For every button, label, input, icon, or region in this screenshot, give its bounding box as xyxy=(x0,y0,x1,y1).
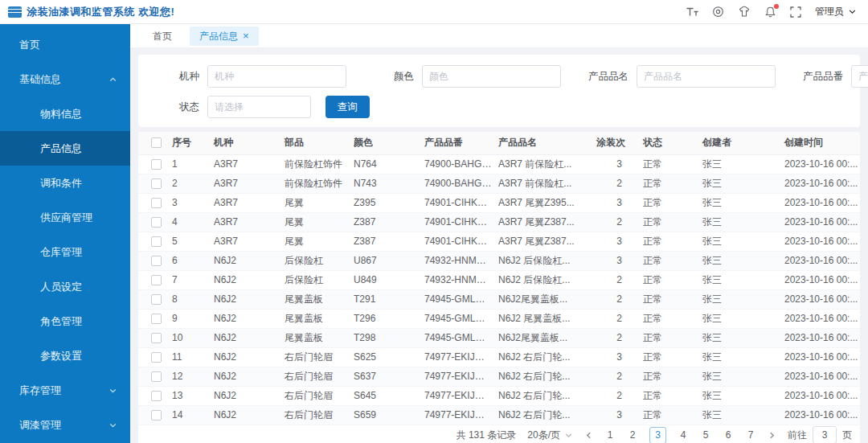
cell-product-number: 74900-BAHG00... xyxy=(418,174,492,193)
close-icon[interactable]: × xyxy=(243,31,249,41)
row-checkbox[interactable] xyxy=(151,217,162,228)
cell-index: 8 xyxy=(166,289,207,309)
tab-bar: 首页产品信息× xyxy=(130,24,868,48)
row-checkbox[interactable] xyxy=(151,371,162,382)
cell-part: 前保险杠饰件 xyxy=(278,154,347,174)
product-number-input[interactable] xyxy=(851,65,868,88)
page-button-5[interactable]: 5 xyxy=(700,429,711,441)
cell-created-time: 2023-10-16 00:... xyxy=(778,154,860,174)
cell-machine: A3R7 xyxy=(207,174,278,193)
tab-product-info[interactable]: 产品信息× xyxy=(190,27,259,46)
product-name-input[interactable] xyxy=(637,65,776,88)
user-menu[interactable]: 管理员 xyxy=(815,5,857,18)
sidebar-item-paint-mgmt[interactable]: 调漆管理 xyxy=(0,408,130,442)
sidebar-item-param-settings[interactable]: 参数设置 xyxy=(0,338,130,373)
cell-part: 尾翼 xyxy=(278,232,347,251)
page-button-6[interactable]: 6 xyxy=(723,429,734,441)
fullscreen-icon[interactable] xyxy=(790,6,801,18)
cell-machine: N6J2 xyxy=(207,289,278,309)
color-input[interactable] xyxy=(422,65,561,88)
prev-page-button[interactable] xyxy=(584,431,593,440)
cell-created-time: 2023-10-16 00:... xyxy=(778,405,860,425)
help-circle-icon[interactable] xyxy=(712,6,724,18)
machine-input[interactable] xyxy=(207,65,346,88)
search-button[interactable]: 查询 xyxy=(326,96,370,118)
page-size-select[interactable]: 20条/页 xyxy=(527,429,573,442)
cell-machine: N6J2 xyxy=(207,309,278,328)
filter-panel: 机种 颜色 产品品名 产品品番 xyxy=(138,55,860,127)
cell-creator: 张三 xyxy=(696,270,778,289)
cell-index: 4 xyxy=(166,212,207,232)
cell-machine: N6J2 xyxy=(207,347,278,367)
cell-coating-times: 2 xyxy=(590,174,637,193)
sidebar-item-material-info[interactable]: 物料信息 xyxy=(0,96,130,131)
sidebar-item-basic-info[interactable]: 基础信息 xyxy=(0,62,130,96)
pagination: 共 131 条记录 20条/页 1234567 前往 页 xyxy=(138,425,860,443)
status-select[interactable] xyxy=(207,96,311,118)
cell-created-time: 2023-10-16 00:... xyxy=(778,328,860,347)
row-checkbox[interactable] xyxy=(151,410,162,420)
cell-creator: 张三 xyxy=(696,193,778,212)
cell-status: 正常 xyxy=(637,193,696,212)
sidebar-item-product-info[interactable]: 产品信息 xyxy=(0,131,130,166)
cell-status: 正常 xyxy=(637,386,696,405)
sidebar-item-inventory-mgmt[interactable]: 库存管理 xyxy=(0,373,130,408)
cell-created-time: 2023-10-16 00:... xyxy=(778,193,860,212)
sidebar-item-label: 仓库管理 xyxy=(40,246,82,258)
sidebar-item-home[interactable]: 首页 xyxy=(0,27,130,62)
cell-product-name: N6J2 右后门轮... xyxy=(492,367,590,386)
top-header: 涂装油漆调和监管系统 欢迎您! 管理员 xyxy=(0,0,868,24)
chevron-up-icon xyxy=(108,75,117,84)
cell-product-name: A3R7 前保险杠... xyxy=(492,154,590,174)
notification-bell-icon[interactable] xyxy=(764,6,776,18)
cell-product-number: 74977-EKIJM0... xyxy=(418,367,492,386)
font-size-icon[interactable] xyxy=(686,6,698,18)
row-checkbox[interactable] xyxy=(151,352,162,363)
row-checkbox[interactable] xyxy=(151,159,162,170)
cell-machine: A3R7 xyxy=(207,154,278,174)
cell-index: 3 xyxy=(166,193,207,212)
row-checkbox[interactable] xyxy=(151,333,162,343)
sidebar-item-warehouse-mgmt[interactable]: 仓库管理 xyxy=(0,235,130,269)
column-header-status: 状态 xyxy=(637,132,696,154)
chevron-down-icon xyxy=(108,386,117,395)
row-checkbox[interactable] xyxy=(151,256,162,266)
column-header-product-name: 产品品名 xyxy=(492,132,590,154)
sidebar-item-personnel-setup[interactable]: 人员设定 xyxy=(0,269,130,304)
cell-machine: A3R7 xyxy=(207,212,278,232)
page-button-1[interactable]: 1 xyxy=(604,429,616,441)
cell-part: 右后门轮眉 xyxy=(278,405,347,425)
row-checkbox[interactable] xyxy=(151,198,162,208)
page-button-4[interactable]: 4 xyxy=(678,429,689,441)
sidebar-item-supplier-mgmt[interactable]: 供应商管理 xyxy=(0,200,130,235)
row-checkbox[interactable] xyxy=(151,178,162,189)
cell-part: 右后门轮眉 xyxy=(278,367,347,386)
cell-status: 正常 xyxy=(637,405,696,425)
theme-shirt-icon[interactable] xyxy=(738,6,751,18)
cell-color: S625 xyxy=(347,347,418,367)
page-button-3[interactable]: 3 xyxy=(649,427,666,443)
row-checkbox[interactable] xyxy=(151,236,162,247)
chevron-down-icon xyxy=(848,7,857,16)
table-header-row: 序号机种部品颜色产品品番产品品名涂装次状态创建者创建时间 xyxy=(138,132,860,154)
select-all-checkbox[interactable] xyxy=(151,137,162,148)
next-page-button[interactable] xyxy=(768,431,776,440)
sidebar-item-mix-conditions[interactable]: 调和条件 xyxy=(0,166,130,200)
row-checkbox[interactable] xyxy=(151,294,162,305)
page-button-7[interactable]: 7 xyxy=(745,429,756,441)
page-button-2[interactable]: 2 xyxy=(627,429,638,441)
column-header-product-number: 产品品番 xyxy=(418,132,492,154)
cell-created-time: 2023-10-16 00:... xyxy=(778,174,860,193)
row-checkbox[interactable] xyxy=(151,275,162,285)
cell-status: 正常 xyxy=(637,174,696,193)
row-checkbox[interactable] xyxy=(151,314,162,324)
row-checkbox[interactable] xyxy=(151,391,162,401)
cell-created-time: 2023-10-16 00:... xyxy=(778,289,860,309)
cell-product-name: N6J2 右后门轮... xyxy=(492,405,590,425)
goto-page-input[interactable] xyxy=(813,426,837,443)
cell-product-name: N6J2尾翼盖板... xyxy=(492,328,590,347)
sidebar-item-role-mgmt[interactable]: 角色管理 xyxy=(0,304,130,338)
tab-home[interactable]: 首页 xyxy=(148,27,177,46)
table-row: 6N6J2后保险杠U86774932-HNMP0...N6J2 后保险杠...3… xyxy=(138,251,860,270)
column-header-part: 部品 xyxy=(278,132,347,154)
